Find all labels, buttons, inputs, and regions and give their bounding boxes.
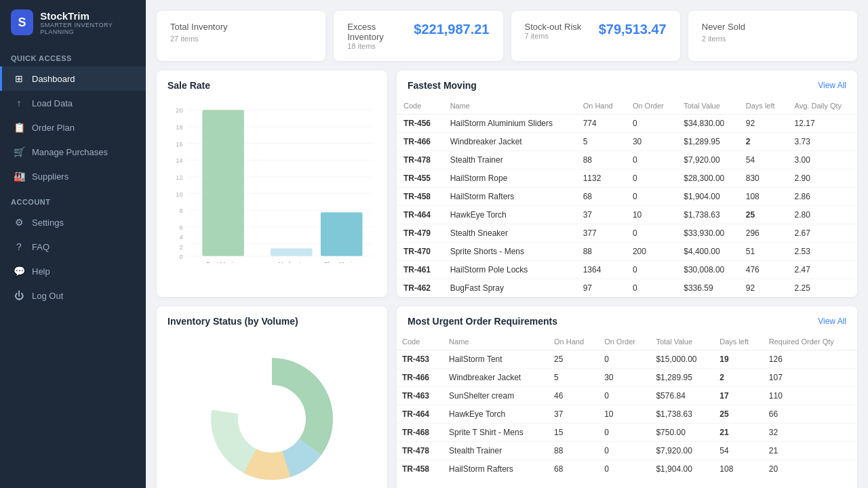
cell-on-hand: 37 (576, 206, 626, 224)
sidebar-item-label: Dashboard (32, 74, 75, 84)
cell-total-value: $576.84 (650, 387, 714, 405)
cell-days-left: 51 (739, 243, 788, 261)
cell-on-order: 0 (626, 151, 677, 169)
kpi-stockout-risk: Stock-out Risk 7 items $79,513.47 (511, 11, 680, 61)
cell-on-hand: 5 (576, 133, 626, 151)
cell-name: Stealth Trainer (443, 151, 576, 169)
cell-on-hand: 377 (576, 224, 626, 243)
cell-name: Stealth Sneaker (443, 224, 576, 243)
cell-days-left: 476 (739, 261, 788, 279)
cell-total-value: $7,920.00 (677, 151, 739, 169)
table-row: TR-453 HailStorm Tent 25 0 $15,000.00 19… (397, 350, 857, 369)
cell-total-value: $15,000.00 (650, 350, 714, 369)
cell-name: HailStorm Rope (443, 169, 576, 188)
table-row: TR-456 HailStorm Aluminium Sliders 774 0… (397, 115, 857, 133)
sidebar-item-logout[interactable]: ⏻ Log Out (0, 283, 146, 308)
cell-code: TR-461 (397, 261, 443, 279)
cell-on-order: 0 (599, 442, 650, 460)
col-total-value: Total Value (650, 333, 714, 350)
cell-avg-daily: 2.80 (788, 206, 857, 224)
table-row: TR-470 Sprite Shorts - Mens 88 200 $4,40… (397, 243, 857, 261)
sidebar-item-manage-purchases[interactable]: 🛒 Manage Purchases (0, 140, 146, 164)
table-row: TR-462 BugFast Spray 97 0 $336.59 92 2.2… (397, 279, 857, 298)
most-urgent-title: Most Urgent Order Requirements (408, 316, 557, 327)
sidebar-item-label: Help (32, 266, 50, 277)
cell-name: HailStorm Rafters (443, 188, 576, 206)
kpi-row: Total Inventory 27 items Excess Inventor… (157, 11, 857, 61)
cell-code: TR-458 (397, 460, 443, 479)
cell-on-hand: 774 (576, 115, 626, 133)
svg-text:18: 18 (176, 124, 182, 131)
cell-name: HailStorm Pole Locks (443, 261, 576, 279)
table-row: TR-464 HawkEye Torch 37 10 $1,738.63 25 … (397, 405, 857, 424)
cell-on-order: 0 (626, 261, 677, 279)
table-row: TR-464 HawkEye Torch 37 10 $1,738.63 25 … (397, 206, 857, 224)
svg-text:16: 16 (176, 141, 182, 148)
cell-total-value: $1,738.63 (677, 206, 739, 224)
inventory-status-header: Inventory Status (by Volume) (157, 306, 387, 333)
logo-text: StockTrim Smarter Inventory Planning (40, 10, 135, 35)
cell-on-order: 30 (626, 133, 677, 151)
most-urgent-table-wrap: Code Name On Hand On Order Total Value D… (397, 333, 857, 478)
cell-name: Stealth Trainer (443, 442, 549, 460)
col-req-qty: Required Order Qty (764, 333, 857, 350)
cell-on-order: 0 (626, 188, 677, 206)
cell-days-left: 92 (739, 115, 788, 133)
sidebar-item-help[interactable]: 💬 Help (0, 259, 146, 283)
dashboard-icon: ⊞ (13, 73, 25, 84)
most-urgent-view-all[interactable]: View All (818, 317, 846, 326)
kpi-top: Excess Inventory 18 items $221,987.21 (347, 22, 489, 50)
table-row: TR-458 HailStorm Rafters 68 0 $1,904.00 … (397, 188, 857, 206)
cell-on-order: 0 (599, 460, 650, 479)
svg-text:0: 0 (179, 253, 182, 260)
account-label: Account (0, 188, 146, 210)
cell-code: TR-453 (397, 350, 443, 369)
sidebar-item-label: FAQ (32, 242, 50, 252)
fastest-moving-table: Code Name On Hand On Order Total Value D… (397, 98, 857, 297)
bar-chart-area: 20 18 16 14 12 10 8 6 4 2 0 (157, 98, 387, 276)
cell-total-value: $4,400.00 (677, 243, 739, 261)
fastest-moving-view-all[interactable]: View All (818, 81, 846, 90)
cell-code: TR-468 (397, 424, 443, 442)
sidebar-item-settings[interactable]: ⚙ Settings (0, 210, 146, 235)
cell-total-value: $34,830.00 (677, 115, 739, 133)
cell-avg-daily: 3.73 (788, 133, 857, 151)
cell-on-hand: 68 (576, 188, 626, 206)
cell-on-hand: 1132 (576, 169, 626, 188)
table-row: TR-478 Stealth Trainer 88 0 $7,920.00 54… (397, 151, 857, 169)
cell-code: TR-464 (397, 206, 443, 224)
svg-text:8: 8 (179, 207, 182, 214)
cell-days-left: 17 (714, 387, 764, 405)
sidebar-item-suppliers[interactable]: 🏭 Suppliers (0, 164, 146, 188)
most-urgent-table: Code Name On Hand On Order Total Value D… (397, 333, 857, 478)
cell-on-order: 0 (599, 350, 650, 369)
cell-code: TR-478 (397, 151, 443, 169)
cell-on-hand: 5 (549, 369, 599, 387)
sidebar-item-order-plan[interactable]: 📋 Order Plan (0, 115, 146, 140)
faq-icon: ? (13, 241, 25, 252)
most-urgent-panel: Most Urgent Order Requirements View All … (397, 306, 857, 488)
cell-on-hand: 88 (549, 442, 599, 460)
kpi-label: Total Inventory (170, 22, 312, 32)
cell-on-hand: 88 (576, 151, 626, 169)
cell-total-value: $1,904.00 (677, 188, 739, 206)
svg-text:Fast Moving: Fast Moving (206, 261, 240, 263)
kpi-sub: 2 items (702, 35, 844, 43)
cell-days-left: 830 (739, 169, 788, 188)
sidebar-item-load-data[interactable]: ↑ Load Data (0, 91, 146, 115)
sidebar-item-faq[interactable]: ? FAQ (0, 235, 146, 259)
sidebar: S StockTrim Smarter Inventory Planning Q… (0, 0, 146, 488)
kpi-value: $221,987.21 (414, 22, 489, 37)
col-name: Name (443, 333, 549, 350)
cell-code: TR-458 (397, 188, 443, 206)
inventory-status-panel: Inventory Status (by Volume) (157, 306, 387, 488)
sidebar-item-dashboard[interactable]: ⊞ Dashboard (0, 66, 146, 91)
cell-total-value: $1,289.95 (677, 133, 739, 151)
cell-avg-daily: 2.67 (788, 224, 857, 243)
cell-days-left: 108 (714, 460, 764, 479)
cell-name: HawkEye Torch (443, 206, 576, 224)
cell-on-hand: 68 (549, 460, 599, 479)
cell-total-value: $7,920.00 (650, 442, 714, 460)
cell-on-order: 0 (626, 224, 677, 243)
col-on-order: On Order (599, 333, 650, 350)
